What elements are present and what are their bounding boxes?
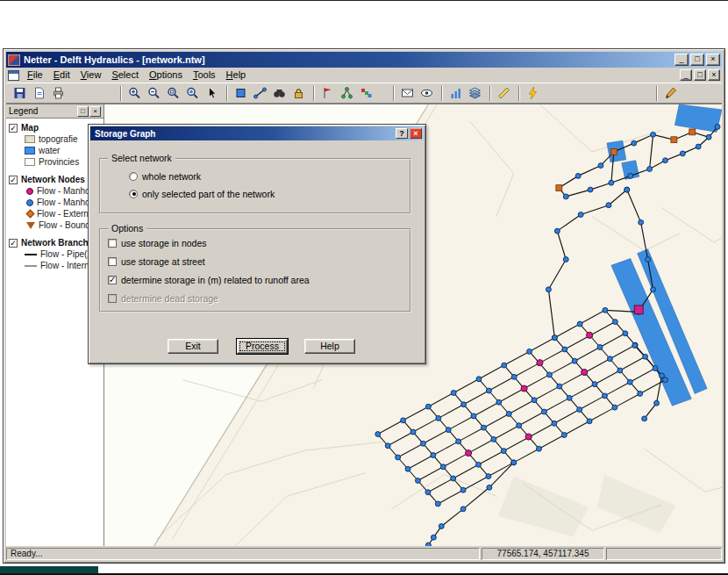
network-node[interactable]: [587, 419, 592, 424]
network-node[interactable]: [588, 187, 593, 192]
network-node[interactable]: [546, 372, 552, 377]
network-node[interactable]: [425, 490, 431, 495]
network-node[interactable]: [612, 405, 617, 410]
network-node[interactable]: [639, 219, 644, 225]
legend-section-checkbox[interactable]: ✓: [9, 124, 18, 133]
close-button[interactable]: ×: [706, 54, 720, 66]
legend-close-button[interactable]: ×: [89, 106, 101, 117]
network-node[interactable]: [491, 436, 496, 442]
network-node[interactable]: [451, 391, 456, 396]
network-node[interactable]: [575, 173, 581, 178]
maximize-button[interactable]: □: [690, 54, 704, 66]
network-node[interactable]: [653, 366, 658, 371]
manhole-node-highlight[interactable]: [586, 332, 592, 338]
toolbar-save-button[interactable]: [10, 84, 29, 103]
manhole-node-highlight[interactable]: [582, 369, 588, 375]
toolbar-network-tree-button[interactable]: [337, 84, 356, 103]
manhole-node-highlight[interactable]: [465, 450, 471, 456]
network-node[interactable]: [496, 399, 502, 405]
network-node[interactable]: [567, 395, 572, 400]
network-node[interactable]: [446, 428, 451, 433]
network-node[interactable]: [475, 462, 481, 467]
menu-view[interactable]: View: [75, 68, 107, 82]
legend-section-checkbox[interactable]: ✓: [9, 176, 18, 184]
network-node[interactable]: [511, 374, 517, 379]
network-node[interactable]: [592, 382, 597, 387]
network-node[interactable]: [643, 354, 648, 359]
network-node[interactable]: [511, 460, 517, 465]
legend-float-button[interactable]: □: [77, 106, 89, 117]
network-node[interactable]: [436, 415, 441, 420]
toolbar-zoom-extent-button[interactable]: [182, 84, 202, 103]
checkbox[interactable]: [108, 257, 117, 266]
network-node[interactable]: [439, 524, 444, 529]
network-node[interactable]: [680, 151, 685, 156]
process-button[interactable]: Process: [237, 339, 288, 354]
network-node[interactable]: [502, 363, 507, 368]
network-node[interactable]: [662, 377, 667, 383]
toolbar-measure-button[interactable]: [494, 84, 513, 103]
network-node[interactable]: [603, 307, 608, 313]
network-node[interactable]: [642, 416, 647, 421]
network-node[interactable]: [481, 425, 486, 430]
network-node[interactable]: [532, 398, 537, 403]
structure-node[interactable]: [689, 129, 696, 135]
checkbox[interactable]: ✓: [108, 276, 117, 284]
toolbar-edit-network-button[interactable]: [660, 84, 680, 103]
network-node[interactable]: [563, 194, 568, 199]
checkbox-row-3[interactable]: ✓determine storage in (m) related to run…: [108, 274, 310, 285]
network-node[interactable]: [476, 377, 482, 382]
network-node[interactable]: [651, 287, 656, 292]
network-node[interactable]: [456, 439, 461, 444]
radio-row-2[interactable]: only selected part of the network: [129, 188, 275, 199]
menu-tools[interactable]: Tools: [188, 68, 221, 82]
network-node[interactable]: [617, 368, 623, 373]
network-node[interactable]: [537, 446, 542, 451]
network-node[interactable]: [375, 432, 381, 437]
network-node[interactable]: [486, 474, 491, 479]
network-node[interactable]: [561, 433, 567, 438]
network-node[interactable]: [651, 132, 656, 137]
toolbar-zoom-out-button[interactable]: [144, 84, 163, 103]
network-node[interactable]: [577, 321, 582, 327]
menu-select[interactable]: Select: [106, 68, 144, 82]
network-node[interactable]: [578, 212, 583, 218]
network-node[interactable]: [415, 478, 420, 484]
network-node[interactable]: [563, 257, 568, 262]
network-node[interactable]: [552, 420, 557, 426]
manhole-node-highlight[interactable]: [537, 360, 543, 366]
legend-header[interactable]: Legend □ ×: [6, 104, 103, 119]
toolbar-select-branch-button[interactable]: [250, 84, 269, 103]
network-node[interactable]: [562, 347, 567, 352]
network-node[interactable]: [440, 464, 446, 470]
network-node[interactable]: [471, 413, 476, 419]
mdi-close-button[interactable]: ×: [708, 69, 720, 81]
network-node[interactable]: [486, 388, 491, 393]
network-node[interactable]: [546, 287, 551, 292]
network-node[interactable]: [660, 373, 665, 378]
network-node[interactable]: [572, 358, 577, 363]
network-node[interactable]: [396, 455, 401, 460]
minimize-button[interactable]: _: [674, 54, 689, 66]
legend-section-checkbox[interactable]: ✓: [9, 239, 18, 248]
network-node[interactable]: [609, 180, 614, 185]
toolbar-graph-button[interactable]: [446, 84, 465, 103]
network-node[interactable]: [552, 335, 557, 341]
structure-node[interactable]: [610, 148, 617, 155]
network-node[interactable]: [557, 384, 562, 389]
toolbar-flag-button[interactable]: [318, 84, 337, 103]
radio-unselected[interactable]: [129, 172, 138, 181]
network-node[interactable]: [597, 345, 603, 350]
network-node[interactable]: [662, 158, 667, 163]
toolbar-run-button[interactable]: [523, 84, 542, 103]
toolbar-view-results-button[interactable]: [417, 84, 436, 103]
network-node[interactable]: [632, 140, 637, 146]
menu-edit[interactable]: Edit: [48, 68, 75, 82]
dialog-help-button[interactable]: ?: [396, 128, 408, 139]
network-node[interactable]: [460, 487, 466, 492]
network-node[interactable]: [602, 393, 607, 399]
structure-node[interactable]: [556, 185, 562, 191]
network-node[interactable]: [623, 331, 628, 336]
network-node[interactable]: [401, 418, 406, 423]
network-node[interactable]: [632, 343, 638, 349]
